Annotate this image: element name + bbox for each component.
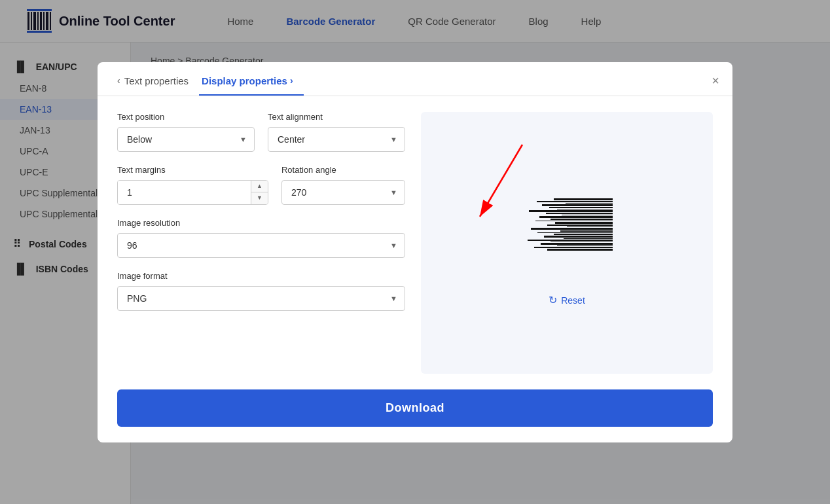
modal-dialog: ‹ Text properties Display properties › ×… [98, 62, 732, 442]
bar [562, 215, 613, 215]
download-button[interactable]: Download [117, 389, 713, 427]
bar [554, 198, 613, 200]
bar [566, 203, 613, 204]
bar [537, 232, 613, 233]
bar [539, 216, 613, 218]
image-format-select-wrapper: PNG SVG JPEG ▼ [117, 286, 405, 311]
form-group-image-resolution: Image resolution 96 72 150 300 ▼ [117, 218, 405, 258]
modal-close-button[interactable]: × [712, 74, 719, 87]
bar [544, 236, 613, 238]
bar [531, 228, 613, 230]
tab-display-properties[interactable]: Display properties › [199, 75, 304, 96]
barcode-image [521, 198, 613, 251]
form-group-text-alignment: Text alignment Center Left Right ▼ [268, 112, 405, 152]
text-margins-input[interactable] [118, 181, 251, 204]
bar [542, 204, 613, 206]
chevron-right-icon: › [290, 75, 293, 86]
chevron-left-icon: ‹ [117, 75, 120, 86]
image-resolution-label: Image resolution [117, 218, 405, 228]
bar [557, 209, 613, 209]
barcode-preview-area: ↻ Reset [421, 112, 713, 374]
bar [529, 210, 613, 212]
form-group-text-position: Text position Below Above None ▼ [117, 112, 255, 152]
rotation-angle-select[interactable]: 270 0 90 180 [281, 180, 405, 205]
bar [560, 230, 613, 232]
bar [554, 234, 613, 235]
text-position-label: Text position [117, 112, 255, 122]
modal-form: Text position Below Above None ▼ Text al… [117, 112, 405, 374]
image-resolution-select-wrapper: 96 72 150 300 ▼ [117, 233, 405, 258]
rotation-angle-label: Rotation angle [281, 165, 405, 175]
bar [535, 221, 613, 221]
image-resolution-select[interactable]: 96 72 150 300 [117, 233, 405, 258]
modal-tabs: ‹ Text properties Display properties › [117, 75, 713, 96]
image-format-select[interactable]: PNG SVG JPEG [117, 286, 405, 311]
tab-text-properties[interactable]: ‹ Text properties [117, 75, 199, 96]
bar [546, 213, 613, 214]
text-alignment-select-wrapper: Center Left Right ▼ [268, 127, 405, 152]
modal-body: Text position Below Above None ▼ Text al… [98, 96, 732, 389]
form-row-3: Image resolution 96 72 150 300 ▼ [117, 218, 405, 258]
tab-text-properties-label: Text properties [124, 75, 189, 86]
modal-header: ‹ Text properties Display properties › × [98, 62, 732, 96]
modal-overlay: ‹ Text properties Display properties › ×… [0, 0, 830, 504]
reset-label: Reset [561, 295, 585, 306]
form-row-4: Image format PNG SVG JPEG ▼ [117, 271, 405, 311]
text-margins-stepper: ▲ ▼ [251, 181, 268, 204]
text-margins-decrement[interactable]: ▼ [251, 192, 268, 204]
form-group-text-margins: Text margins ▲ ▼ [117, 165, 268, 205]
bar [528, 240, 613, 241]
text-position-select[interactable]: Below Above None [117, 127, 255, 152]
bar [564, 238, 613, 239]
tab-display-properties-label: Display properties [202, 75, 287, 86]
reset-button[interactable]: ↻ Reset [549, 294, 585, 306]
form-group-rotation-angle: Rotation angle 270 0 90 180 ▼ [281, 165, 405, 205]
text-margins-label: Text margins [117, 165, 268, 175]
bar [547, 249, 613, 251]
bar [555, 222, 613, 224]
bar [549, 207, 613, 208]
text-alignment-label: Text alignment [268, 112, 405, 122]
text-margins-input-wrapper: ▲ ▼ [117, 180, 268, 205]
bar [541, 243, 613, 245]
bar [557, 245, 613, 246]
svg-line-11 [480, 145, 522, 217]
bar [550, 219, 613, 220]
form-row-2: Text margins ▲ ▼ Rotation angle [117, 165, 405, 205]
text-alignment-select[interactable]: Center Left Right [268, 127, 405, 152]
bar [547, 225, 613, 226]
text-margins-increment[interactable]: ▲ [251, 181, 268, 193]
text-position-select-wrapper: Below Above None ▼ [117, 127, 255, 152]
bar [567, 226, 613, 227]
bar [534, 247, 613, 248]
image-format-label: Image format [117, 271, 405, 281]
modal-footer: Download [98, 389, 732, 442]
bar [537, 201, 613, 202]
reset-icon: ↻ [549, 294, 557, 306]
rotation-angle-select-wrapper: 270 0 90 180 ▼ [281, 180, 405, 205]
form-row-1: Text position Below Above None ▼ Text al… [117, 112, 405, 152]
bar [550, 242, 613, 242]
form-group-image-format: Image format PNG SVG JPEG ▼ [117, 271, 405, 311]
